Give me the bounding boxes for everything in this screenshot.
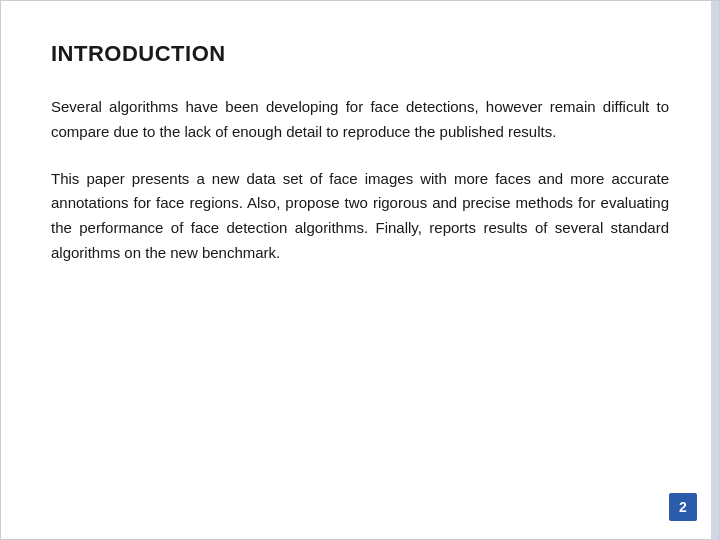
paragraph-1: Several algorithms have been developing …: [51, 95, 669, 145]
right-bar-decoration: [711, 1, 719, 540]
slide-container: INTRODUCTION Several algorithms have bee…: [0, 0, 720, 540]
slide-title: INTRODUCTION: [51, 41, 669, 67]
page-number: 2: [669, 493, 697, 521]
paragraph-2: This paper presents a new data set of fa…: [51, 167, 669, 266]
